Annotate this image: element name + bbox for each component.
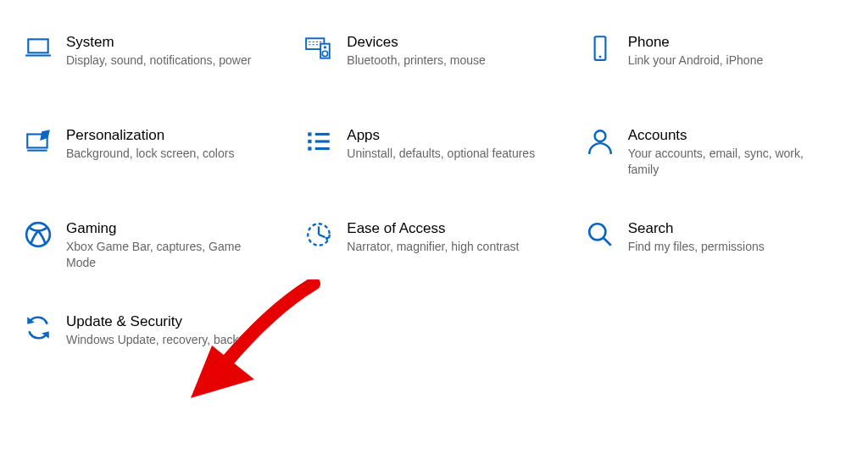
tile-system[interactable]: System Display, sound, notifications, po… [17, 34, 289, 93]
personalization-icon [17, 127, 59, 156]
tile-desc: Narrator, magnifier, high contrast [347, 239, 519, 255]
accounts-icon [579, 127, 621, 156]
settings-grid: System Display, sound, notifications, po… [0, 0, 868, 390]
tile-title: Phone [628, 34, 764, 51]
tile-desc: Xbox Game Bar, captures, Game Mode [66, 239, 272, 271]
tile-apps[interactable]: Apps Uninstall, defaults, optional featu… [298, 127, 570, 186]
devices-icon [298, 34, 340, 63]
tile-phone[interactable]: Phone Link your Android, iPhone [579, 34, 851, 93]
tile-devices[interactable]: Devices Bluetooth, printers, mouse [298, 34, 570, 93]
system-icon [17, 34, 59, 63]
tile-title: Devices [347, 34, 485, 51]
tile-title: Accounts [628, 127, 834, 144]
tile-title: Gaming [66, 220, 272, 237]
tile-ease-of-access[interactable]: Ease of Access Narrator, magnifier, high… [298, 220, 570, 279]
tile-title: Update & Security [66, 313, 252, 330]
tile-gaming[interactable]: Gaming Xbox Game Bar, captures, Game Mod… [17, 220, 289, 279]
tile-desc: Windows Update, recovery, backup [66, 332, 252, 348]
tile-desc: Bluetooth, printers, mouse [347, 53, 485, 69]
gaming-icon [17, 220, 59, 249]
tile-desc: Link your Android, iPhone [628, 53, 764, 69]
tile-title: Ease of Access [347, 220, 519, 237]
tile-desc: Find my files, permissions [628, 239, 765, 255]
update-icon [17, 313, 59, 342]
ease-of-access-icon [298, 220, 340, 249]
tile-personalization[interactable]: Personalization Background, lock screen,… [17, 127, 289, 186]
tile-title: Search [628, 220, 765, 237]
tile-accounts[interactable]: Accounts Your accounts, email, sync, wor… [579, 127, 851, 186]
tile-desc: Background, lock screen, colors [66, 146, 234, 162]
tile-title: System [66, 34, 251, 51]
tile-search[interactable]: Search Find my files, permissions [579, 220, 851, 279]
tile-title: Personalization [66, 127, 234, 144]
apps-icon [298, 127, 340, 156]
tile-desc: Uninstall, defaults, optional features [347, 146, 535, 162]
tile-desc: Your accounts, email, sync, work, family [628, 146, 834, 178]
tile-desc: Display, sound, notifications, power [66, 53, 251, 69]
tile-title: Apps [347, 127, 535, 144]
search-icon [579, 220, 621, 249]
tile-update-security[interactable]: Update & Security Windows Update, recove… [17, 313, 289, 373]
phone-icon [579, 34, 621, 63]
